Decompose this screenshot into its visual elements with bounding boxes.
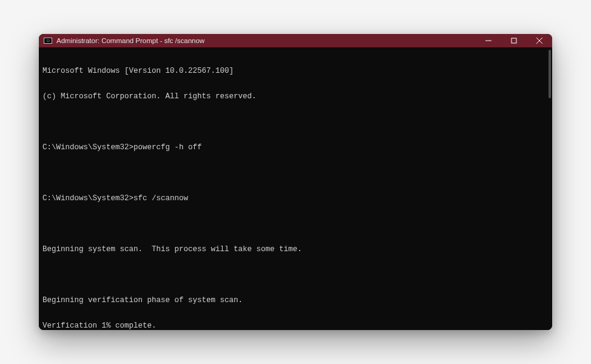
minimize-icon xyxy=(485,38,491,44)
output-line xyxy=(42,220,549,228)
output-line: Microsoft Windows [Version 10.0.22567.10… xyxy=(42,67,549,75)
output-line: (c) Microsoft Corporation. All rights re… xyxy=(42,92,549,101)
output-line xyxy=(42,169,549,177)
window-controls xyxy=(476,34,552,47)
scrollbar-thumb[interactable] xyxy=(549,50,551,98)
minimize-button[interactable] xyxy=(476,34,501,47)
window-title: Administrator: Command Prompt - sfc /sca… xyxy=(56,37,476,44)
close-icon xyxy=(536,38,542,44)
output-line: Verification 1% complete. xyxy=(42,322,549,330)
output-line xyxy=(42,271,549,279)
titlebar[interactable]: C:\ Administrator: Command Prompt - sfc … xyxy=(39,34,552,47)
output-line: Beginning verification phase of system s… xyxy=(42,296,549,305)
svg-rect-1 xyxy=(512,38,516,43)
close-button[interactable] xyxy=(527,34,552,47)
app-icon: C:\ xyxy=(44,38,52,44)
command-prompt-window: C:\ Administrator: Command Prompt - sfc … xyxy=(39,34,552,330)
output-line xyxy=(42,118,549,126)
maximize-button[interactable] xyxy=(501,34,527,47)
output-line: C:\Windows\System32>sfc /scannow xyxy=(42,194,549,203)
output-line: C:\Windows\System32>powercfg -h off xyxy=(42,143,549,152)
output-line: Beginning system scan. This process will… xyxy=(42,245,549,254)
maximize-icon xyxy=(511,38,517,44)
terminal-output[interactable]: Microsoft Windows [Version 10.0.22567.10… xyxy=(39,47,552,330)
